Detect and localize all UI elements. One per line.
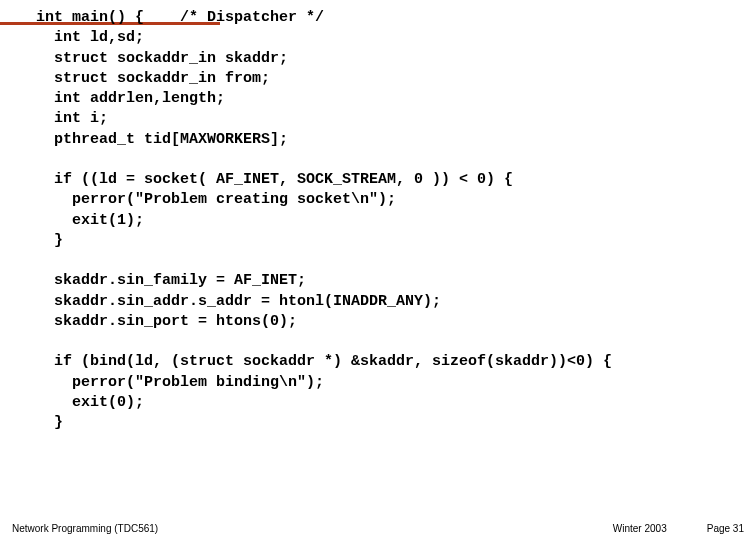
footer-center: Winter 2003 <box>613 523 667 534</box>
code-line: } <box>36 414 63 431</box>
code-line: perror("Problem creating socket\n"); <box>36 191 396 208</box>
code-line: struct sockaddr_in skaddr; <box>36 50 288 67</box>
code-line: struct sockaddr_in from; <box>36 70 270 87</box>
code-line: int addrlen,length; <box>36 90 225 107</box>
code-line: if ((ld = socket( AF_INET, SOCK_STREAM, … <box>36 171 513 188</box>
code-line: pthread_t tid[MAXWORKERS]; <box>36 131 288 148</box>
code-line: } <box>36 232 63 249</box>
code-line: skaddr.sin_addr.s_addr = htonl(INADDR_AN… <box>36 293 441 310</box>
code-line: exit(0); <box>36 394 144 411</box>
code-line: int ld,sd; <box>36 29 144 46</box>
code-line: exit(1); <box>36 212 144 229</box>
footer-left: Network Programming (TDC561) <box>12 523 158 534</box>
footer-right: Page 31 <box>707 523 744 534</box>
code-block: int main() { /* Dispatcher */ int ld,sd;… <box>36 8 612 433</box>
code-line: int main() { /* Dispatcher */ <box>36 9 324 26</box>
code-line: skaddr.sin_port = htons(0); <box>36 313 297 330</box>
code-line: int i; <box>36 110 108 127</box>
slide-footer: Network Programming (TDC561) Winter 2003… <box>12 523 744 534</box>
code-line: skaddr.sin_family = AF_INET; <box>36 272 306 289</box>
code-line: if (bind(ld, (struct sockaddr *) &skaddr… <box>36 353 612 370</box>
code-line: perror("Problem binding\n"); <box>36 374 324 391</box>
